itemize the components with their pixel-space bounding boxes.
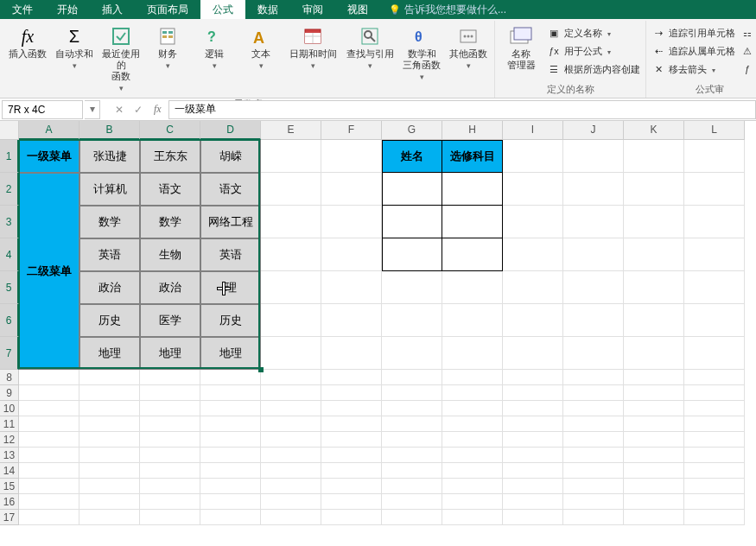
cell-B8[interactable] — [79, 370, 140, 385]
cell-F11[interactable] — [321, 416, 382, 432]
cell-G15[interactable] — [382, 479, 442, 494]
cell-G6[interactable] — [382, 304, 442, 337]
cell-K8[interactable] — [624, 370, 684, 385]
cell-E10[interactable] — [261, 401, 321, 416]
cell-C15[interactable] — [140, 479, 200, 494]
cell-G2[interactable] — [382, 173, 442, 206]
cell-L2[interactable] — [684, 173, 745, 206]
col-header-I[interactable]: I — [503, 121, 563, 140]
cell-B2[interactable]: 计算机 — [79, 173, 140, 206]
cell-G13[interactable] — [382, 448, 442, 463]
cell-K10[interactable] — [624, 401, 684, 416]
cell-H5[interactable] — [442, 271, 503, 304]
cell-H8[interactable] — [442, 370, 503, 385]
cell-G8[interactable] — [382, 370, 442, 385]
cell-L5[interactable] — [684, 271, 745, 304]
cell-B12[interactable] — [79, 432, 140, 448]
cell-D12[interactable] — [200, 432, 261, 448]
cell-K13[interactable] — [624, 448, 684, 463]
cell-B14[interactable] — [79, 463, 140, 479]
cell-K3[interactable] — [624, 206, 684, 238]
cell-J15[interactable] — [563, 479, 624, 494]
cell-D8[interactable] — [200, 370, 261, 385]
cell-I15[interactable] — [503, 479, 563, 494]
cell-C4[interactable]: 生物 — [140, 238, 200, 271]
cell-J1[interactable] — [563, 140, 624, 173]
cell-I3[interactable] — [503, 206, 563, 238]
cell-I2[interactable] — [503, 173, 563, 206]
row-header-16[interactable]: 16 — [0, 494, 19, 510]
col-header-F[interactable]: F — [321, 121, 382, 140]
cell-B4[interactable]: 英语 — [79, 238, 140, 271]
cell-A9[interactable] — [19, 385, 79, 401]
trace-dependents-button[interactable]: ⇠追踪从属单元格 — [651, 42, 735, 60]
cell-B16[interactable] — [79, 494, 140, 510]
cell-L14[interactable] — [684, 463, 745, 479]
cell-I11[interactable] — [503, 416, 563, 432]
fx-label-icon[interactable]: fx — [149, 103, 167, 116]
cell-J10[interactable] — [563, 401, 624, 416]
cell-J12[interactable] — [563, 432, 624, 448]
tab-data[interactable]: 数据 — [245, 0, 290, 19]
cell-G17[interactable] — [382, 510, 442, 525]
cell-L1[interactable] — [684, 140, 745, 173]
more-functions-button[interactable]: 其他函数 — [446, 22, 491, 96]
cell-C10[interactable] — [140, 401, 200, 416]
cell-C12[interactable] — [140, 432, 200, 448]
cell-G1[interactable]: 姓名 — [382, 140, 442, 173]
cell-E16[interactable] — [261, 494, 321, 510]
cell-D9[interactable] — [200, 385, 261, 401]
cell-J6[interactable] — [563, 304, 624, 337]
row-header-13[interactable]: 13 — [0, 448, 19, 463]
cell-A10[interactable] — [19, 401, 79, 416]
cell-E11[interactable] — [261, 416, 321, 432]
text-button[interactable]: A 文本 — [238, 22, 283, 96]
col-header-D[interactable]: D — [200, 121, 261, 140]
row-header-15[interactable]: 15 — [0, 479, 19, 494]
cell-H16[interactable] — [442, 494, 503, 510]
col-header-A[interactable]: A — [19, 121, 79, 140]
col-header-B[interactable]: B — [79, 121, 140, 140]
cell-F13[interactable] — [321, 448, 382, 463]
cell-L11[interactable] — [684, 416, 745, 432]
row-header-17[interactable]: 17 — [0, 510, 19, 525]
cell-J17[interactable] — [563, 510, 624, 525]
col-header-C[interactable]: C — [140, 121, 200, 140]
name-box-dropdown[interactable]: ▾ — [85, 100, 100, 119]
cell-C17[interactable] — [140, 510, 200, 525]
cell-I8[interactable] — [503, 370, 563, 385]
cell-B9[interactable] — [79, 385, 140, 401]
cell-B13[interactable] — [79, 448, 140, 463]
cell-D7[interactable]: 地理 — [200, 337, 261, 370]
cell-G10[interactable] — [382, 401, 442, 416]
cell-L15[interactable] — [684, 479, 745, 494]
cell-A8[interactable] — [19, 370, 79, 385]
error-checking-button[interactable]: ⚠错 — [740, 42, 756, 60]
cell-D3[interactable]: 网络工程 — [200, 206, 261, 238]
cell-K4[interactable] — [624, 238, 684, 271]
cell-A14[interactable] — [19, 463, 79, 479]
cell-D16[interactable] — [200, 494, 261, 510]
cell-F2[interactable] — [321, 173, 382, 206]
cell-E13[interactable] — [261, 448, 321, 463]
cell-F1[interactable] — [321, 140, 382, 173]
enter-formula-button[interactable]: ✓ — [130, 104, 147, 116]
formula-bar[interactable] — [168, 100, 756, 119]
cell-L8[interactable] — [684, 370, 745, 385]
row-header-12[interactable]: 12 — [0, 432, 19, 448]
cell-E1[interactable] — [261, 140, 321, 173]
cell-L10[interactable] — [684, 401, 745, 416]
cell-A16[interactable] — [19, 494, 79, 510]
cell-L6[interactable] — [684, 304, 745, 337]
autosum-button[interactable]: Σ 自动求和 — [52, 22, 97, 96]
cell-K16[interactable] — [624, 494, 684, 510]
cell-D17[interactable] — [200, 510, 261, 525]
cell-H1[interactable]: 选修科目 — [442, 140, 503, 173]
cell-C14[interactable] — [140, 463, 200, 479]
cell-B1[interactable]: 张迅捷 — [79, 140, 140, 173]
cell-F6[interactable] — [321, 304, 382, 337]
cell-H17[interactable] — [442, 510, 503, 525]
cell-J11[interactable] — [563, 416, 624, 432]
cell-F17[interactable] — [321, 510, 382, 525]
cell-G3[interactable] — [382, 206, 442, 238]
